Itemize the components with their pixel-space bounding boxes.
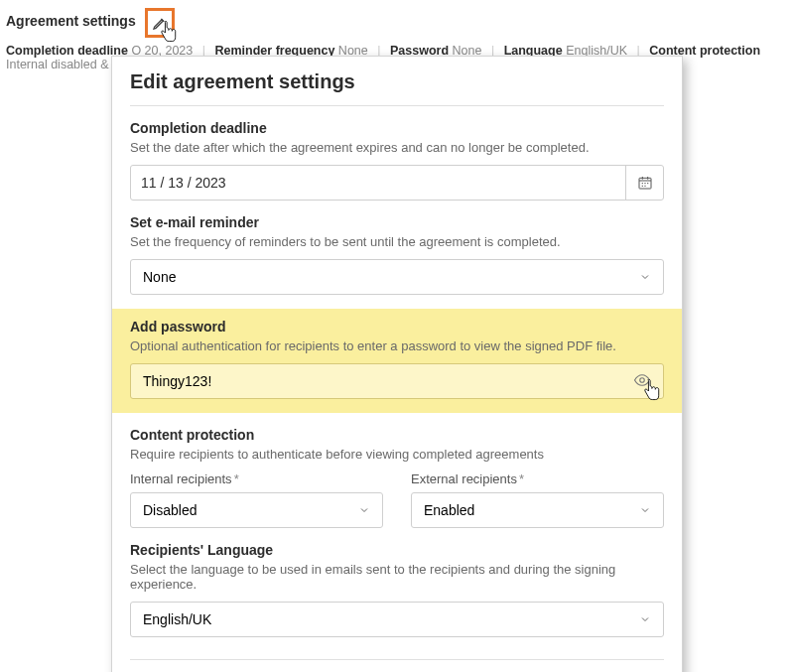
language-value: English/UK [143,611,211,627]
reminder-desc: Set the frequency of reminders to be sen… [130,234,664,249]
edit-settings-button[interactable] [145,8,175,38]
chevron-down-icon [639,271,651,283]
toggle-password-visibility[interactable] [633,371,651,392]
modal-title: Edit agreement settings [130,70,664,106]
password-desc: Optional authentication for recipients t… [130,338,664,353]
chevron-down-icon [639,613,651,625]
svg-point-9 [640,377,645,382]
protection-heading: Content protection [130,427,664,443]
chevron-down-icon [358,504,370,516]
section-deadline: Completion deadline Set the date after w… [130,120,664,201]
language-select[interactable]: English/UK [130,602,664,637]
section-reminder: Set e-mail reminder Set the frequency of… [130,214,664,295]
language-desc: Select the language to be used in emails… [130,562,664,592]
calendar-icon [637,175,653,191]
deadline-heading: Completion deadline [130,120,664,136]
page-title: Agreement settings [6,13,136,29]
reminder-select[interactable]: None [130,259,664,295]
deadline-desc: Set the date after which the agreement e… [130,140,664,155]
section-password: Add password Optional authentication for… [112,309,682,413]
language-heading: Recipients' Language [130,542,664,558]
password-input[interactable]: Thingy123! [130,363,664,399]
section-protection: Content protection Require recipients to… [130,427,664,528]
edit-settings-modal: Edit agreement settings Completion deadl… [111,56,683,672]
reminder-heading: Set e-mail reminder [130,214,664,230]
password-value: Thingy123! [143,373,211,389]
protection-desc: Require recipients to authenticate befor… [130,447,664,462]
meta-deadline-label: Completion deadline [6,44,128,58]
reminder-value: None [143,269,176,285]
internal-select[interactable]: Disabled [130,492,383,528]
section-language: Recipients' Language Select the language… [130,542,664,637]
external-select[interactable]: Enabled [411,492,664,528]
calendar-button[interactable] [625,166,663,200]
deadline-value: 11 / 13 / 2023 [141,175,625,191]
eye-icon [633,371,651,389]
password-heading: Add password [130,319,664,335]
chevron-down-icon [639,504,651,516]
internal-label: Internal recipients* [130,471,383,486]
pencil-icon [152,15,168,31]
modal-footer: Cancel Continue [130,659,664,672]
external-value: Enabled [424,502,474,518]
deadline-input[interactable]: 11 / 13 / 2023 [130,165,664,201]
internal-value: Disabled [143,502,197,518]
external-label: External recipients* [411,471,664,486]
